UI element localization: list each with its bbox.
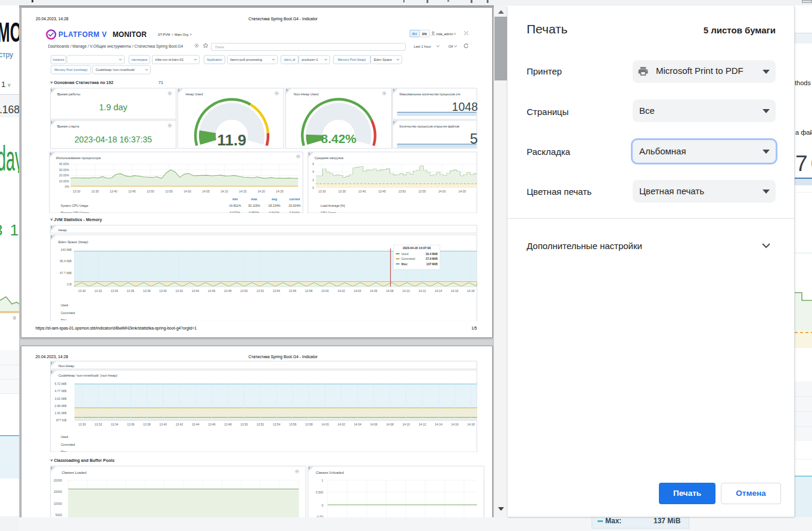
svg-text:977 KiB: 977 KiB — [56, 418, 67, 422]
svg-text:14:16: 14:16 — [451, 423, 459, 426]
svg-text:current: current — [290, 197, 300, 201]
svg-text:14:25: 14:25 — [276, 190, 284, 193]
svg-text:1: 1 — [322, 479, 323, 482]
svg-text:0.500: 0.500 — [316, 490, 323, 494]
svg-text:2.86 MiB: 2.86 MiB — [55, 404, 67, 408]
svg-text:13:40: 13:40 — [160, 423, 167, 426]
svg-text:5000: 5000 — [55, 513, 62, 517]
svg-text:1.91 MiB: 1.91 MiB — [55, 411, 67, 415]
svg-text:13:50: 13:50 — [241, 423, 248, 426]
svg-text:bamn-pull-processing: bamn-pull-processing — [231, 58, 262, 61]
svg-text:14:10: 14:10 — [220, 190, 228, 193]
svg-text:13:30: 13:30 — [318, 190, 326, 193]
svg-text:13:48: 13:48 — [224, 289, 232, 293]
svg-text:i: i — [51, 226, 52, 229]
svg-text:13:45: 13:45 — [378, 190, 386, 193]
svg-text:14:02: 14:02 — [338, 423, 346, 426]
svg-text:i: i — [287, 89, 287, 92]
svg-text:i: i — [309, 153, 309, 156]
svg-text:Heap Used: Heap Used — [186, 92, 203, 96]
svg-text:Heap: Heap — [58, 228, 67, 232]
svg-text:Used:: Used: — [402, 252, 409, 256]
svg-text:Поиск: Поиск — [215, 45, 225, 49]
svg-text:20.04.2023, 14:28: 20.04.2023, 14:28 — [36, 17, 69, 21]
svg-text:13:54: 13:54 — [273, 423, 281, 426]
svg-text:i: i — [309, 467, 309, 470]
svg-text:10.00%: 10.00% — [59, 179, 70, 183]
svg-text:14:04: 14:04 — [354, 423, 362, 426]
svg-text:tribe-om-st-bam-01: tribe-om-st-bam-01 — [155, 58, 184, 61]
svg-text:MONITOR: MONITOR — [113, 30, 147, 39]
svg-text:1/5: 1/5 — [471, 326, 477, 330]
svg-text:Commited:: Commited: — [402, 257, 416, 260]
svg-text:13:42: 13:42 — [175, 289, 183, 293]
svg-text:14:06: 14:06 — [370, 289, 378, 293]
svg-text:Memory Pool (nonheap): Memory Pool (nonheap) — [54, 68, 88, 72]
svg-text:8.42%: 8.42% — [321, 132, 357, 145]
svg-text:max: max — [251, 197, 257, 201]
svg-text:14:14: 14:14 — [435, 423, 443, 426]
svg-text:˅ JVM Statistics - Memory: ˅ JVM Statistics - Memory — [51, 218, 102, 222]
svg-text:20.04.2023, 14:28: 20.04.2023, 14:28 — [36, 355, 69, 359]
svg-text:1048: 1048 — [452, 100, 478, 113]
svg-text:Used: Used — [61, 435, 68, 439]
svg-text:13:44: 13:44 — [192, 423, 200, 426]
svg-text:Non-Heap Used: Non-Heap Used — [294, 92, 319, 96]
svg-text:Instance: Instance — [52, 58, 64, 61]
svg-text:Max:: Max: — [402, 262, 409, 266]
svg-text:40.00%: 40.00% — [59, 162, 70, 166]
svg-text:Off: Off — [449, 45, 453, 48]
svg-text:CodeHeap 'non-nmethods' (non-h: CodeHeap 'non-nmethods' (non-heap) — [58, 374, 117, 377]
svg-text:14:10: 14:10 — [402, 289, 410, 293]
svg-text:14:04: 14:04 — [354, 289, 362, 293]
svg-text:13:46: 13:46 — [208, 423, 216, 426]
svg-text:13:36: 13:36 — [127, 289, 135, 293]
svg-text:13:52: 13:52 — [257, 423, 265, 426]
svg-text:13:32: 13:32 — [94, 289, 102, 293]
svg-text:20000: 20000 — [54, 479, 62, 482]
svg-text:13:54: 13:54 — [273, 289, 281, 293]
svg-text:13:46: 13:46 — [208, 289, 216, 293]
svg-text:13:50: 13:50 — [240, 289, 248, 293]
svg-text:Classes Unloaded: Classes Unloaded — [316, 471, 344, 474]
svg-text:14:05: 14:05 — [458, 190, 466, 193]
svg-text:Memory Pool (heap): Memory Pool (heap) — [338, 58, 366, 61]
svg-text:14:00: 14:00 — [438, 190, 446, 193]
svg-text:4.77 MiB: 4.77 MiB — [55, 389, 67, 393]
svg-text:143 MiB: 143 MiB — [61, 248, 72, 251]
svg-text:i: i — [393, 89, 394, 92]
svg-text:Non-Heap: Non-Heap — [58, 364, 74, 368]
svg-text:13:36: 13:36 — [127, 423, 135, 426]
svg-text:14:15: 14:15 — [239, 190, 247, 193]
svg-text:producer-1: producer-1 — [302, 58, 318, 61]
svg-text:Максимальное количество процес: Максимальное количество процессов отк — [400, 92, 461, 96]
svg-text:15.024%: 15.024% — [288, 204, 301, 207]
svg-text:6: 6 — [312, 162, 314, 166]
svg-text:10000: 10000 — [54, 502, 62, 505]
svg-text:i: i — [51, 235, 52, 238]
svg-text:Использование процессора: Использование процессора — [56, 156, 101, 160]
svg-text:13:56: 13:56 — [289, 423, 297, 426]
svg-text:Eden Space: Eden Space — [374, 58, 392, 61]
svg-text:Количество процессов открытия: Количество процессов открытия файлов — [400, 125, 460, 128]
svg-text:day: day — [0, 138, 19, 173]
svg-text:client_id: client_id — [284, 58, 295, 61]
svg-text:14:08: 14:08 — [386, 289, 394, 293]
svg-text:14:16: 14:16 — [451, 289, 459, 293]
svg-text:14:06: 14:06 — [370, 423, 378, 426]
svg-text:11.9: 11.9 — [217, 131, 246, 149]
svg-text:13:40: 13:40 — [110, 190, 117, 193]
svg-text:47.7 MiB: 47.7 MiB — [60, 271, 71, 275]
svg-text:13:45: 13:45 — [128, 190, 136, 193]
svg-text:Application: Application — [207, 58, 222, 61]
svg-text:˅ Classloading and Buffer Pool: ˅ Classloading and Buffer Pools — [51, 458, 115, 463]
svg-text:0: 0 — [13, 315, 16, 321]
svg-text:13:42: 13:42 — [176, 423, 183, 426]
svg-text:13:58: 13:58 — [305, 289, 313, 293]
svg-text:RU: RU — [412, 32, 417, 36]
svg-text:Commited: Commited — [61, 443, 75, 446]
svg-text:13:55: 13:55 — [418, 190, 426, 193]
svg-text:5.72 MiB: 5.72 MiB — [55, 382, 67, 386]
svg-text:13:32: 13:32 — [95, 423, 102, 426]
svg-text:14:00: 14:00 — [322, 423, 329, 426]
